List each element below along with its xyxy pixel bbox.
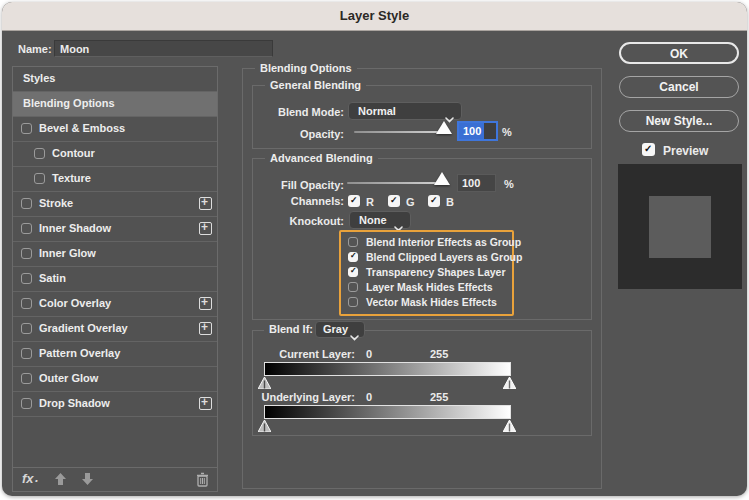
move-effect-up-icon[interactable] [54,472,67,490]
sidebar-item-pattern-overlay[interactable]: Pattern Overlay [13,342,217,367]
sidebar-item-drop-shadow[interactable]: Drop Shadow [13,392,217,417]
fill-opacity-slider[interactable] [347,173,447,187]
underlying-layer-gradient[interactable] [264,405,511,419]
fx-menu-button[interactable]: fx [22,471,34,486]
preview-layer-square [649,196,711,258]
sidebar-item-styles[interactable]: Styles [13,67,217,92]
current-layer-max: 255 [430,348,448,360]
sidebar-item-blending-options[interactable]: Blending Options [13,92,217,117]
drop-shadow-checkbox[interactable] [21,398,32,409]
blend-interior-checkbox[interactable] [348,237,358,247]
add-inner-shadow-icon[interactable] [199,222,212,235]
chevron-down-icon [350,327,359,345]
opacity-slider-thumb[interactable] [436,121,452,134]
name-input[interactable] [54,40,273,57]
channel-r-checkbox[interactable] [348,195,360,207]
inner-shadow-checkbox[interactable] [21,223,32,234]
option-layer-mask-hides[interactable]: Layer Mask Hides Effects [341,280,512,295]
sidebar-item-outer-glow[interactable]: Outer Glow [13,367,217,392]
cancel-button[interactable]: Cancel [619,76,739,98]
blend-if-dropdown[interactable]: Gray [315,321,365,338]
styles-sidebar: Styles Blending Options Bevel & Emboss C… [12,66,218,492]
opacity-unit: % [502,126,512,138]
sidebar-item-satin[interactable]: Satin [13,267,217,292]
blend-clipped-checkbox[interactable] [348,252,358,262]
move-effect-down-icon[interactable] [81,472,94,490]
opacity-input[interactable]: 100 [457,121,498,141]
underlying-layer-max: 255 [430,391,448,403]
sidebar-item-bevel-emboss[interactable]: Bevel & Emboss [13,117,217,142]
sidebar-empty-area [13,417,217,464]
preview-thumbnail [618,164,742,289]
current-layer-white-slider[interactable] [503,375,516,387]
delete-effect-icon[interactable] [196,472,209,491]
underlying-layer-black-slider[interactable] [258,418,271,430]
current-layer-gradient[interactable] [264,362,511,376]
sidebar-item-gradient-overlay[interactable]: Gradient Overlay [13,317,217,342]
sidebar-item-inner-shadow[interactable]: Inner Shadow [13,217,217,242]
option-transparency-shapes[interactable]: Transparency Shapes Layer [341,265,512,280]
knockout-label: Knockout: [252,215,344,227]
fill-opacity-input[interactable]: 100 [457,174,496,192]
sidebar-item-texture[interactable]: Texture [13,167,217,192]
channel-g-checkbox[interactable] [388,195,400,207]
bevel-emboss-checkbox[interactable] [21,123,32,134]
add-stroke-icon[interactable] [199,197,212,210]
opacity-label: Opacity: [252,128,344,140]
channels-label: Channels: [252,195,344,207]
sidebar-item-inner-glow[interactable]: Inner Glow [13,242,217,267]
name-label: Name: [18,43,52,55]
contour-checkbox[interactable] [34,148,45,159]
current-layer-min: 0 [366,348,372,360]
knockout-dropdown[interactable]: None [349,211,411,229]
transparency-shapes-checkbox[interactable] [348,267,358,277]
color-overlay-checkbox[interactable] [21,298,32,309]
option-vector-mask-hides[interactable]: Vector Mask Hides Effects [341,295,512,310]
gradient-overlay-checkbox[interactable] [21,323,32,334]
sidebar-item-stroke[interactable]: Stroke [13,192,217,217]
add-gradient-overlay-icon[interactable] [199,322,212,335]
vector-mask-hides-checkbox[interactable] [348,297,358,307]
preview-checkbox[interactable] [642,143,655,156]
option-blend-interior[interactable]: Blend Interior Effects as Group [341,235,512,250]
option-blend-clipped[interactable]: Blend Clipped Layers as Group [341,250,512,265]
underlying-layer-min: 0 [366,391,372,403]
underlying-layer-label: Underlying Layer: [252,391,355,403]
current-layer-label: Current Layer: [252,348,355,360]
sidebar-item-contour[interactable]: Contour [13,142,217,167]
underlying-layer-white-slider[interactable] [503,418,516,430]
panel-title: Blending Options [255,62,357,74]
fill-opacity-slider-thumb[interactable] [434,172,450,185]
ok-button[interactable]: OK [619,42,739,64]
outer-glow-checkbox[interactable] [21,373,32,384]
advanced-options-highlight: Blend Interior Effects as Group Blend Cl… [339,230,514,316]
layer-mask-hides-checkbox[interactable] [348,282,358,292]
blend-if-group [252,330,592,436]
blend-mode-label: Blend Mode: [252,106,344,118]
add-color-overlay-icon[interactable] [199,297,212,310]
sidebar-footer: fx [13,467,217,491]
dialog-title: Layer Style [2,2,747,30]
dialog-titlebar[interactable]: Layer Style [2,2,747,31]
channel-b-checkbox[interactable] [428,195,440,207]
layer-style-dialog: Layer Style Name: Styles Blending Option… [2,2,747,496]
satin-checkbox[interactable] [21,273,32,284]
screenshot-stage: Layer Style Name: Styles Blending Option… [0,0,749,500]
texture-checkbox[interactable] [34,173,45,184]
current-layer-black-slider[interactable] [258,375,271,387]
stroke-checkbox[interactable] [21,198,32,209]
sidebar-item-color-overlay[interactable]: Color Overlay [13,292,217,317]
fill-opacity-unit: % [504,178,514,190]
blend-if-label: Blend If: [264,323,318,335]
blend-mode-dropdown[interactable]: Normal [348,102,462,120]
opacity-slider[interactable] [354,122,449,136]
add-drop-shadow-icon[interactable] [199,397,212,410]
preview-label: Preview [663,144,708,158]
fill-opacity-label: Fill Opacity: [252,179,344,191]
inner-glow-checkbox[interactable] [21,248,32,259]
pattern-overlay-checkbox[interactable] [21,348,32,359]
new-style-button[interactable]: New Style... [619,110,739,132]
